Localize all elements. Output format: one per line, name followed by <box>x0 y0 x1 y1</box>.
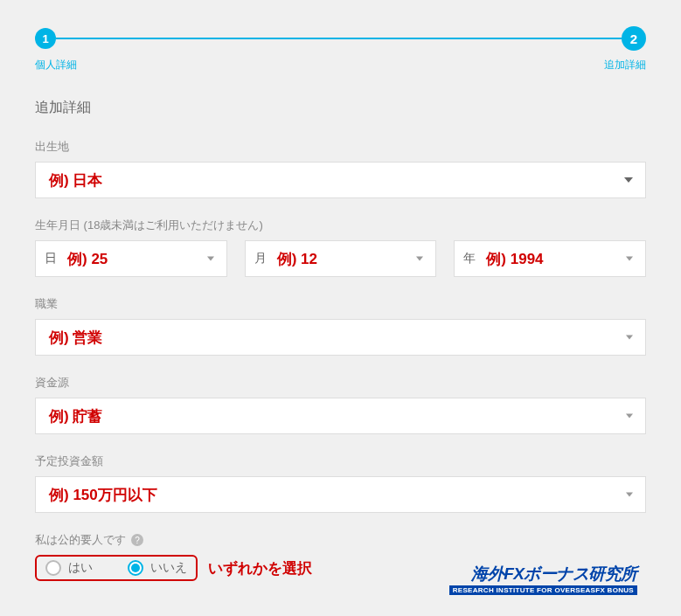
dob-month-example: 例) 12 <box>277 249 317 269</box>
progress-bar: 1 2 <box>35 26 646 51</box>
step-1-label: 個人詳細 <box>35 58 77 73</box>
birthplace-label: 出生地 <box>35 139 646 155</box>
radio-selected-icon <box>128 560 143 576</box>
step-labels: 個人詳細 追加詳細 <box>35 58 646 73</box>
birthplace-select[interactable]: 例) 日本 <box>35 162 646 198</box>
pep-no-label: いいえ <box>150 560 187 576</box>
radio-icon <box>45 560 61 576</box>
occupation-label: 職業 <box>35 296 646 312</box>
pep-radio-group: はい いいえ <box>35 555 198 581</box>
dob-day-select[interactable]: 日 例) 25 <box>35 240 227 277</box>
occupation-field: 職業 例) 営業 <box>35 296 646 356</box>
funding-source-example: 例) 貯蓄 <box>49 406 102 426</box>
watermark: 海外FXボーナス研究所 RESEARCH INSTITUTE FOR OVERS… <box>449 563 637 595</box>
pep-no-radio[interactable]: いいえ <box>128 560 187 576</box>
pep-yes-radio[interactable]: はい <box>45 560 93 576</box>
caret-down-icon <box>626 493 633 497</box>
occupation-select[interactable]: 例) 営業 <box>35 319 646 356</box>
dob-month-prefix: 月 <box>254 251 267 266</box>
investment-amount-example: 例) 150万円以下 <box>49 485 157 505</box>
dob-year-prefix: 年 <box>463 251 476 266</box>
help-icon[interactable]: ? <box>131 534 143 546</box>
pep-label: 私は公的要人です <box>35 532 126 548</box>
birthplace-field: 出生地 例) 日本 <box>35 139 646 198</box>
caret-down-icon <box>626 414 633 419</box>
funding-source-label: 資金源 <box>35 375 646 391</box>
caret-down-icon <box>624 177 633 183</box>
investment-amount-label: 予定投資金額 <box>35 453 646 469</box>
watermark-sub: RESEARCH INSTITUTE FOR OVERSEASFX BONUS <box>449 585 637 595</box>
step-1-indicator: 1 <box>35 28 56 49</box>
caret-down-icon <box>626 336 633 340</box>
investment-amount-field: 予定投資金額 例) 150万円以下 <box>35 453 646 513</box>
watermark-main: 海外FXボーナス研究所 <box>449 563 637 585</box>
dob-year-example: 例) 1994 <box>486 249 543 269</box>
occupation-example: 例) 営業 <box>49 328 102 348</box>
progress-line <box>56 38 622 39</box>
caret-down-icon <box>207 257 214 261</box>
dob-month-select[interactable]: 月 例) 12 <box>245 240 437 277</box>
step-2-indicator: 2 <box>622 26 646 51</box>
pep-yes-label: はい <box>68 560 93 576</box>
section-title: 追加詳細 <box>35 99 646 117</box>
birthplace-example: 例) 日本 <box>49 170 102 190</box>
caret-down-icon <box>626 257 633 261</box>
funding-source-field: 資金源 例) 貯蓄 <box>35 375 646 434</box>
pep-annotation: いずれかを選択 <box>208 558 312 578</box>
funding-source-select[interactable]: 例) 貯蓄 <box>35 398 646 434</box>
caret-down-icon <box>416 257 423 261</box>
dob-day-example: 例) 25 <box>67 249 108 269</box>
dob-field: 生年月日 (18歳未満はご利用いただけません) 日 例) 25 月 例) 12 … <box>35 218 646 277</box>
dob-label: 生年月日 (18歳未満はご利用いただけません) <box>35 218 646 233</box>
dob-year-select[interactable]: 年 例) 1994 <box>454 240 646 277</box>
investment-amount-select[interactable]: 例) 150万円以下 <box>35 476 646 513</box>
dob-day-prefix: 日 <box>45 251 57 266</box>
step-2-label: 追加詳細 <box>604 58 646 73</box>
